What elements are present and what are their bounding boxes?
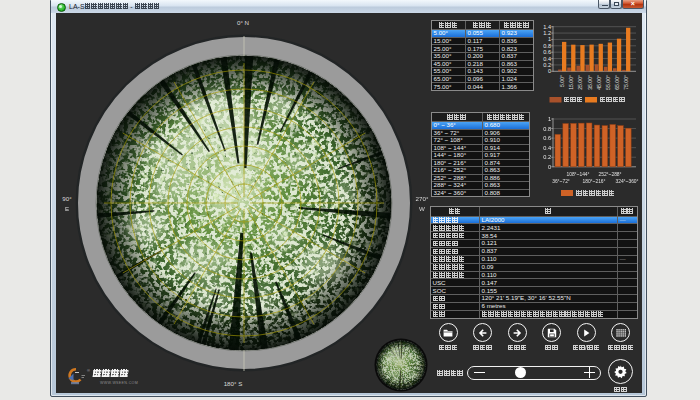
svg-text:0.8: 0.8 bbox=[543, 126, 551, 132]
svg-text:0.2: 0.2 bbox=[543, 62, 551, 68]
svg-text:0.8: 0.8 bbox=[543, 43, 551, 49]
svg-text:1.4: 1.4 bbox=[543, 24, 551, 30]
svg-text:75.00°: 75.00° bbox=[623, 75, 629, 90]
svg-text:0: 0 bbox=[548, 68, 551, 74]
svg-text:0: 0 bbox=[548, 164, 551, 170]
svg-text:5.00°: 5.00° bbox=[559, 75, 565, 87]
svg-text:25.00°: 25.00° bbox=[578, 75, 584, 90]
svg-text:0.6: 0.6 bbox=[543, 135, 551, 141]
svg-text:55.00°: 55.00° bbox=[605, 75, 611, 90]
svg-text:15.00°: 15.00° bbox=[568, 75, 574, 90]
svg-text:1: 1 bbox=[548, 116, 551, 122]
svg-text:35.00°: 35.00° bbox=[587, 75, 593, 90]
svg-text:0.4: 0.4 bbox=[543, 145, 551, 151]
svg-text:65.00°: 65.00° bbox=[614, 75, 620, 90]
svg-text:1: 1 bbox=[548, 36, 551, 42]
svg-text:45.00°: 45.00° bbox=[596, 75, 602, 90]
svg-text:1.2: 1.2 bbox=[543, 30, 551, 36]
svg-text:0.4: 0.4 bbox=[543, 56, 551, 62]
svg-text:0.6: 0.6 bbox=[543, 49, 551, 55]
svg-text:0.2: 0.2 bbox=[543, 154, 551, 160]
